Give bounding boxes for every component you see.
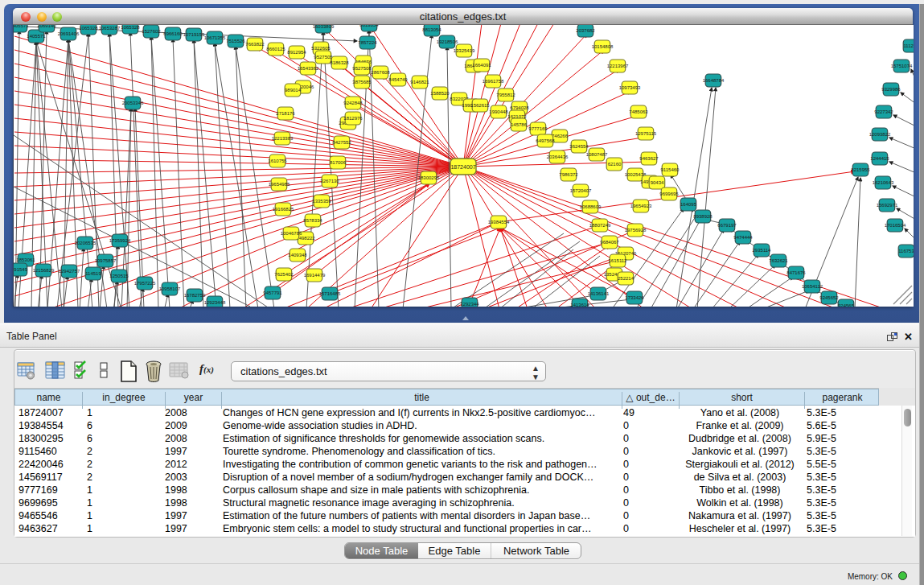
svg-text:19166825: 19166825 bbox=[273, 207, 294, 212]
svg-text:12156829: 12156829 bbox=[33, 268, 55, 273]
svg-text:1409348: 1409348 bbox=[288, 253, 307, 257]
svg-text:12093822: 12093822 bbox=[869, 132, 891, 137]
svg-text:9777169: 9777169 bbox=[528, 126, 548, 131]
svg-text:17957225: 17957225 bbox=[134, 281, 156, 286]
svg-text:9527505: 9527505 bbox=[314, 55, 333, 60]
svg-text:989014: 989014 bbox=[285, 88, 302, 93]
svg-text:924565: 924565 bbox=[838, 303, 855, 307]
svg-text:15720407: 15720407 bbox=[570, 188, 592, 193]
svg-text:18807249: 18807249 bbox=[589, 223, 611, 228]
svg-text:9457791: 9457791 bbox=[263, 290, 282, 295]
svg-text:145786: 145786 bbox=[511, 122, 528, 127]
svg-text:19654985: 19654985 bbox=[269, 182, 290, 187]
svg-text:10958107: 10958107 bbox=[159, 286, 181, 291]
svg-text:20053346: 20053346 bbox=[122, 101, 144, 105]
svg-text:6679197: 6679197 bbox=[717, 223, 737, 228]
svg-text:1990448: 1990448 bbox=[489, 109, 508, 114]
svg-text:16782759: 16782759 bbox=[184, 293, 206, 298]
svg-text:1335359: 1335359 bbox=[312, 199, 331, 204]
svg-text:6497568: 6497568 bbox=[536, 138, 555, 143]
svg-text:17016504: 17016504 bbox=[885, 223, 906, 228]
svg-text:15716485: 15716485 bbox=[319, 291, 341, 296]
svg-text:5322605: 5322605 bbox=[311, 46, 331, 51]
svg-text:1250515: 1250515 bbox=[109, 274, 129, 278]
svg-text:10688609: 10688609 bbox=[580, 204, 602, 209]
svg-text:8471676: 8471676 bbox=[786, 270, 806, 275]
svg-text:7986372: 7986372 bbox=[559, 172, 578, 177]
svg-text:10653287: 10653287 bbox=[99, 26, 121, 31]
svg-text:19654923: 19654923 bbox=[630, 204, 652, 208]
svg-text:3624554: 3624554 bbox=[569, 144, 589, 149]
svg-text:1588520: 1588520 bbox=[430, 91, 450, 96]
svg-text:8215955: 8215955 bbox=[851, 167, 870, 172]
svg-text:1853061: 1853061 bbox=[16, 257, 35, 262]
svg-text:7485063: 7485063 bbox=[629, 109, 648, 114]
svg-text:16914479: 16914479 bbox=[304, 273, 326, 278]
svg-text:16543362: 16543362 bbox=[298, 66, 319, 71]
svg-text:1733426: 1733426 bbox=[625, 295, 644, 300]
svg-text:7857224: 7857224 bbox=[358, 40, 377, 45]
svg-text:1244415: 1244415 bbox=[870, 156, 889, 161]
svg-text:13325419: 13325419 bbox=[454, 48, 475, 53]
svg-text:12213383: 12213383 bbox=[272, 136, 294, 141]
svg-text:8938928: 8938928 bbox=[693, 214, 713, 219]
svg-text:14136141: 14136141 bbox=[588, 291, 610, 296]
svg-text:8454749: 8454749 bbox=[388, 77, 408, 82]
svg-text:9474444: 9474444 bbox=[733, 235, 753, 240]
svg-text:15751074: 15751074 bbox=[891, 64, 913, 68]
svg-text:8660125: 8660125 bbox=[266, 47, 285, 51]
svg-text:2935114: 2935114 bbox=[753, 248, 772, 253]
svg-text:10975857: 10975857 bbox=[95, 258, 117, 263]
svg-text:7632621: 7632621 bbox=[769, 258, 788, 263]
svg-text:2718176: 2718176 bbox=[276, 111, 295, 116]
svg-text:7515526: 7515526 bbox=[226, 39, 245, 43]
svg-text:1065328: 1065328 bbox=[79, 26, 98, 31]
svg-text:164095: 164095 bbox=[680, 202, 697, 207]
svg-text:1812976: 1812976 bbox=[343, 116, 363, 121]
svg-text:1527602: 1527602 bbox=[142, 29, 161, 34]
svg-text:114519: 114519 bbox=[85, 271, 101, 276]
svg-text:9463627: 9463627 bbox=[639, 156, 659, 161]
svg-text:2069140: 2069140 bbox=[37, 25, 56, 28]
svg-text:1405571: 1405571 bbox=[27, 34, 46, 39]
svg-text:10973493: 10973493 bbox=[619, 85, 641, 90]
svg-text:111254: 111254 bbox=[903, 43, 914, 48]
svg-text:9115460: 9115460 bbox=[661, 167, 680, 172]
svg-text:16648784: 16648784 bbox=[703, 78, 725, 83]
svg-text:6794028: 6794028 bbox=[510, 105, 529, 110]
svg-text:1405571: 1405571 bbox=[14, 25, 29, 28]
svg-text:1413614: 1413614 bbox=[570, 303, 589, 307]
svg-text:1065328: 1065328 bbox=[121, 25, 140, 30]
svg-text:2037682: 2037682 bbox=[576, 28, 595, 33]
svg-text:7625402: 7625402 bbox=[274, 272, 294, 277]
svg-text:116753: 116753 bbox=[898, 249, 914, 253]
svg-text:1292344: 1292344 bbox=[460, 302, 479, 307]
svg-text:19756928: 19756928 bbox=[625, 228, 647, 233]
svg-text:19384554: 19384554 bbox=[488, 220, 510, 225]
svg-text:1610755: 1610755 bbox=[268, 159, 287, 163]
svg-text:17359924: 17359924 bbox=[109, 238, 131, 243]
svg-text:8186328: 8186328 bbox=[330, 60, 349, 65]
svg-text:7663822: 7663822 bbox=[245, 42, 265, 47]
svg-text:8813054: 8813054 bbox=[359, 25, 379, 27]
svg-text:19218506: 19218506 bbox=[437, 39, 458, 44]
svg-text:7955812: 7955812 bbox=[496, 93, 515, 97]
svg-text:3267130: 3267130 bbox=[320, 179, 339, 183]
svg-text:12975115: 12975115 bbox=[635, 131, 657, 136]
svg-text:1562615: 1562615 bbox=[470, 103, 490, 108]
svg-text:1664091: 1664091 bbox=[472, 63, 491, 68]
svg-text:1615112: 1615112 bbox=[609, 258, 628, 263]
svg-text:8813054: 8813054 bbox=[422, 27, 441, 32]
svg-text:18300295: 18300295 bbox=[418, 175, 440, 180]
svg-text:3875685: 3875685 bbox=[352, 80, 372, 84]
svg-text:16210643: 16210643 bbox=[873, 180, 894, 185]
svg-text:9684067: 9684067 bbox=[600, 240, 619, 245]
svg-text:10719155: 10719155 bbox=[183, 32, 205, 37]
svg-text:62160: 62160 bbox=[608, 162, 622, 167]
svg-text:391549: 391549 bbox=[14, 267, 28, 272]
svg-text:8578334: 8578334 bbox=[303, 218, 322, 223]
svg-text:9245652: 9245652 bbox=[819, 295, 839, 300]
svg-text:18724007: 18724007 bbox=[450, 164, 475, 170]
svg-text:20364436: 20364436 bbox=[547, 154, 569, 159]
svg-text:6966160: 6966160 bbox=[163, 31, 183, 36]
